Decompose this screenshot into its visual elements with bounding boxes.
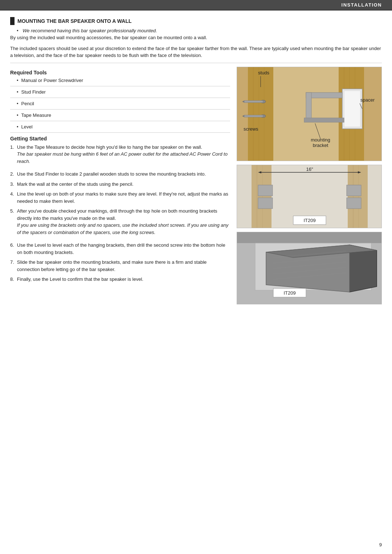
- step-6-text: Use the Level to level each of the hangi…: [17, 242, 225, 255]
- svg-rect-33: [348, 165, 368, 228]
- svg-text:16": 16": [306, 167, 313, 172]
- steps-list: 1. Use the Tape Measure to decide how hi…: [10, 144, 230, 283]
- step-7-text: Slide the bar speaker onto the mounting …: [17, 259, 207, 272]
- step-8-num: 8.: [10, 276, 14, 283]
- diagram-3: IT209: [237, 232, 382, 304]
- italic-note: We recommend having this bar speaker pro…: [17, 28, 382, 33]
- step-5-num: 5.: [10, 208, 14, 239]
- diagram-1: studs screws spacer mounting bracket: [237, 67, 382, 161]
- step-3: 3. Mark the wall at the center of the st…: [10, 181, 230, 188]
- svg-rect-50: [237, 232, 382, 243]
- left-column: Required Tools Manual or Power Screwdriv…: [10, 67, 230, 304]
- two-col-layout: Required Tools Manual or Power Screwdriv…: [10, 67, 382, 304]
- header-title: INSTALLATION: [342, 2, 382, 8]
- italic-note-text: We recommend having this bar speaker pro…: [23, 28, 157, 33]
- svg-text:IT209: IT209: [283, 290, 295, 296]
- header-bar: INSTALLATION: [0, 0, 392, 11]
- diagram-3-svg: IT209: [237, 232, 382, 304]
- svg-text:IT209: IT209: [303, 218, 315, 223]
- step-7: 7. Slide the bar speaker onto the mounti…: [10, 259, 230, 273]
- step-4-text: Line the level up on both of your marks …: [17, 191, 228, 204]
- page: INSTALLATION MOUNTING THE BAR SPEAKER ON…: [0, 0, 392, 554]
- tool-1: Manual or Power Screwdriver: [17, 78, 230, 83]
- page-number: 9: [379, 542, 382, 547]
- step-8: 8. Finally, use the Level to confirm tha…: [10, 276, 230, 283]
- step-5: 5. After you've double checked your mark…: [10, 208, 230, 239]
- svg-text:screws: screws: [244, 126, 258, 132]
- step-5-note: If you are using the brackets only and n…: [17, 222, 230, 236]
- step-7-num: 7.: [10, 259, 14, 273]
- required-tools-heading: Required Tools: [10, 70, 230, 75]
- step-4: 4. Line the level up on both of your mar…: [10, 190, 230, 205]
- getting-started-heading: Getting Started: [10, 136, 230, 141]
- svg-text:bracket: bracket: [313, 143, 328, 148]
- intro-p1: By using the included wall mounting acce…: [10, 34, 382, 41]
- svg-text:mounting: mounting: [311, 137, 330, 143]
- step-1-num: 1.: [10, 144, 14, 168]
- tool-3: Pencil: [17, 101, 230, 106]
- step-5-text: After you've double checked your marking…: [17, 208, 217, 221]
- step-2-text: Use the Stud Finder to locate 2 parallel…: [17, 171, 206, 177]
- step-1-note: The bar speaker must be hung within 6 fe…: [17, 151, 230, 165]
- step-8-text: Finally, use the Level to confirm that t…: [17, 276, 143, 282]
- step-2-num: 2.: [10, 171, 14, 178]
- divider-1: [10, 63, 382, 63]
- tool-2: Stud Finder: [17, 89, 230, 95]
- step-2: 2. Use the Stud Finder to locate 2 paral…: [10, 171, 230, 178]
- tool-4: Tape Measure: [17, 112, 230, 118]
- svg-text:spacer: spacer: [360, 97, 375, 103]
- intro-p2: The included spacers should be used at y…: [10, 45, 382, 59]
- step-1: 1. Use the Tape Measure to decide how hi…: [10, 144, 230, 168]
- svg-rect-42: [347, 198, 361, 209]
- step-6-num: 6.: [10, 242, 14, 256]
- content-area: MOUNTING THE BAR SPEAKER ONTO A WALL We …: [0, 11, 392, 315]
- title-accent: [10, 17, 15, 25]
- svg-rect-32: [252, 165, 271, 228]
- right-column: studs screws spacer mounting bracket: [237, 67, 382, 304]
- step-3-num: 3.: [10, 181, 14, 188]
- tools-list: Manual or Power Screwdriver Stud Finder …: [10, 78, 230, 130]
- step-3-text: Mark the wall at the center of the studs…: [17, 181, 134, 187]
- svg-text:studs: studs: [258, 70, 270, 75]
- svg-rect-39: [258, 185, 273, 196]
- divider-tools-steps: [10, 132, 230, 133]
- step-4-num: 4.: [10, 190, 14, 205]
- diagram-2: 16" IT209: [237, 165, 382, 228]
- tool-5: Level: [17, 124, 230, 130]
- diagram-1-svg: studs screws spacer mounting bracket: [237, 67, 382, 161]
- section-title-text: MOUNTING THE BAR SPEAKER ONTO A WALL: [17, 18, 131, 24]
- section-title: MOUNTING THE BAR SPEAKER ONTO A WALL: [10, 17, 382, 25]
- step-1-text: Use the Tape Measure to decide how high …: [17, 144, 202, 150]
- diagram-2-svg: 16" IT209: [237, 165, 382, 228]
- svg-rect-40: [258, 198, 273, 209]
- svg-rect-41: [347, 185, 361, 196]
- svg-rect-13: [306, 93, 311, 122]
- svg-rect-11: [344, 91, 360, 127]
- svg-rect-14: [304, 118, 344, 122]
- step-6: 6. Use the Level to level each of the ha…: [10, 242, 230, 256]
